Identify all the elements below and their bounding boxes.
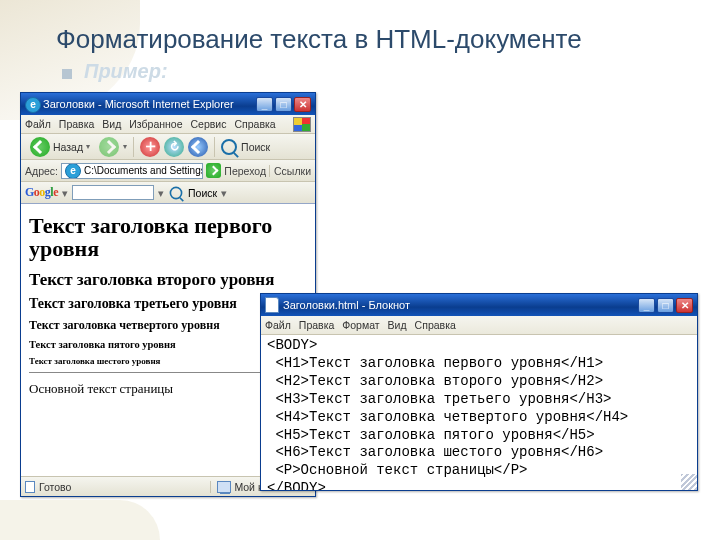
refresh-button[interactable] — [164, 137, 184, 157]
heading-1: Текст заголовка первого уровня — [29, 214, 307, 260]
page-icon — [65, 163, 81, 179]
menu-edit[interactable]: Правка — [299, 319, 334, 331]
search-icon — [170, 186, 183, 199]
stop-button[interactable] — [140, 137, 160, 157]
links-label[interactable]: Ссылки — [269, 165, 311, 177]
menu-edit[interactable]: Правка — [59, 118, 94, 130]
notepad-icon — [265, 297, 283, 313]
forward-button[interactable] — [99, 137, 119, 157]
search-label[interactable]: Поиск — [241, 141, 270, 153]
menu-help[interactable]: Справка — [234, 118, 275, 130]
notepad-textarea[interactable]: <BODY> <H1>Текст заголовка первого уровн… — [261, 335, 697, 490]
menu-view[interactable]: Вид — [388, 319, 407, 331]
go-label: Переход — [224, 165, 266, 177]
bullet-icon — [62, 69, 72, 79]
ie-toolbar: Назад ▾ ▾ Поиск — [21, 134, 315, 160]
google-toolbar: Google ▾ ▾ Поиск ▾ — [21, 182, 315, 204]
minimize-button[interactable]: _ — [256, 97, 273, 112]
google-logo-icon[interactable]: Google — [25, 185, 58, 200]
separator — [133, 137, 134, 157]
resize-grip-icon[interactable] — [681, 474, 697, 490]
go-button[interactable] — [206, 163, 221, 178]
separator — [214, 137, 215, 157]
maximize-button[interactable]: □ — [657, 298, 674, 313]
address-input[interactable]: C:\Documents and Settings\Мари — [61, 163, 203, 179]
slide-footer-decor — [0, 500, 160, 540]
google-search-label[interactable]: Поиск — [188, 187, 217, 199]
doc-icon — [25, 481, 35, 493]
ie-title-text: Заголовки - Microsoft Internet Explorer — [43, 98, 234, 110]
back-button[interactable]: Назад ▾ — [25, 135, 95, 159]
ie-menubar: Файл Правка Вид Избранное Сервис Справка — [21, 115, 315, 134]
notepad-window: Заголовки.html - Блокнот _ □ ✕ Файл Прав… — [260, 293, 698, 491]
chevron-down-icon: ▾ — [123, 142, 127, 151]
maximize-button[interactable]: □ — [275, 97, 292, 112]
heading-2: Текст заголовка второго уровня — [29, 270, 307, 290]
menu-file[interactable]: Файл — [265, 319, 291, 331]
windows-flag-icon — [293, 117, 311, 132]
menu-favorites[interactable]: Избранное — [129, 118, 182, 130]
slide-title: Форматирование текста в HTML-документе — [56, 24, 582, 55]
address-value: C:\Documents and Settings\Мари — [84, 165, 203, 176]
menu-format[interactable]: Формат — [342, 319, 379, 331]
notepad-menubar: Файл Правка Формат Вид Справка — [261, 316, 697, 335]
close-button[interactable]: ✕ — [294, 97, 311, 112]
menu-file[interactable]: Файл — [25, 118, 51, 130]
google-search-input[interactable] — [72, 185, 154, 200]
back-icon — [30, 137, 50, 157]
minimize-button[interactable]: _ — [638, 298, 655, 313]
back-label: Назад — [53, 141, 83, 153]
notepad-titlebar[interactable]: Заголовки.html - Блокнот _ □ ✕ — [261, 294, 697, 316]
menu-view[interactable]: Вид — [102, 118, 121, 130]
ie-addressbar: Адрес: C:\Documents and Settings\Мари Пе… — [21, 160, 315, 182]
chevron-down-icon: ▾ — [86, 142, 90, 151]
ie-icon — [25, 97, 39, 111]
menu-tools[interactable]: Сервис — [191, 118, 227, 130]
search-icon — [221, 139, 237, 155]
computer-icon — [217, 481, 231, 493]
notepad-title-text: Заголовки.html - Блокнот — [283, 299, 410, 311]
address-label: Адрес: — [25, 165, 58, 177]
status-done: Готово — [39, 481, 71, 493]
ie-titlebar[interactable]: Заголовки - Microsoft Internet Explorer … — [21, 93, 315, 115]
close-button[interactable]: ✕ — [676, 298, 693, 313]
slide-subtitle: Пример: — [84, 60, 168, 83]
home-button[interactable] — [188, 137, 208, 157]
menu-help[interactable]: Справка — [415, 319, 456, 331]
